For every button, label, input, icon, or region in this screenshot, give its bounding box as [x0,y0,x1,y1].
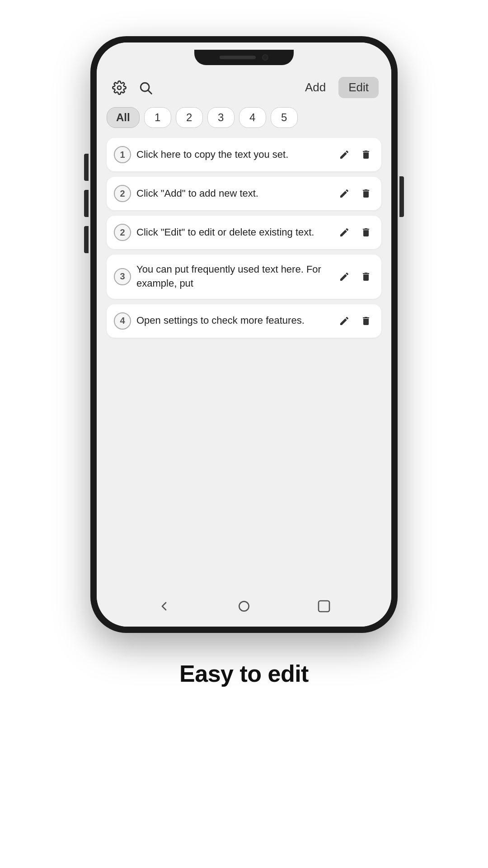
item-text-3: Click "Edit" to edit or delete existing … [136,226,332,240]
camera [262,54,268,61]
item-actions-5 [337,314,373,328]
item-badge-5: 4 [114,312,131,330]
tab-1[interactable]: 1 [144,107,171,128]
item-badge-2: 2 [114,185,131,202]
item-text-5: Open settings to check more features. [136,314,332,328]
svg-point-0 [117,86,121,90]
list-item[interactable]: 3 You can put frequently used text here.… [107,255,381,299]
tab-2[interactable]: 2 [176,107,203,128]
list-item[interactable]: 4 Open settings to check more features. [107,304,381,338]
edit-item-button-2[interactable] [337,186,352,201]
list-item[interactable]: 1 Click here to copy the text you set. [107,138,381,171]
notch-bar [97,42,391,69]
list-item[interactable]: 2 Click "Add" to add new text. [107,177,381,210]
delete-item-button-5[interactable] [359,314,373,328]
item-text-2: Click "Add" to add new text. [136,187,332,201]
svg-line-2 [148,90,151,94]
delete-item-button-3[interactable] [359,225,373,240]
item-actions-4 [337,269,373,284]
svg-rect-4 [319,601,329,612]
delete-item-button-2[interactable] [359,186,373,201]
tab-3[interactable]: 3 [207,107,235,128]
tab-all[interactable]: All [107,107,140,128]
list-area: 1 Click here to copy the text you set. [97,135,391,586]
home-button[interactable] [234,596,254,616]
toolbar: Add Edit [97,69,391,104]
item-text-1: Click here to copy the text you set. [136,148,332,162]
phone-shell: Add Edit All 1 2 3 4 5 1 Cl [90,36,398,633]
page-caption: Easy to edit [179,660,309,687]
tab-4[interactable]: 4 [239,107,266,128]
category-tabs: All 1 2 3 4 5 [97,104,391,135]
list-item[interactable]: 2 Click "Edit" to edit or delete existin… [107,216,381,249]
notch [194,50,294,65]
app-content: Add Edit All 1 2 3 4 5 1 Cl [97,69,391,627]
back-button[interactable] [154,596,174,616]
item-text-4: You can put frequently used text here. F… [136,263,332,291]
tab-5[interactable]: 5 [271,107,298,128]
item-actions-1 [337,147,373,162]
item-badge-3: 2 [114,224,131,241]
svg-point-3 [239,601,249,611]
phone-screen: Add Edit All 1 2 3 4 5 1 Cl [97,42,391,627]
edit-item-button-5[interactable] [337,314,352,328]
page-wrapper: Add Edit All 1 2 3 4 5 1 Cl [0,0,488,687]
item-badge-1: 1 [114,146,131,163]
item-actions-2 [337,186,373,201]
delete-item-button-4[interactable] [359,269,373,284]
settings-icon[interactable] [109,78,129,98]
search-icon[interactable] [136,78,155,98]
edit-item-button-4[interactable] [337,269,352,284]
bottom-nav [97,586,391,627]
recents-button[interactable] [314,596,334,616]
edit-button[interactable]: Edit [338,77,379,98]
item-actions-3 [337,225,373,240]
edit-item-button-1[interactable] [337,147,352,162]
item-badge-4: 3 [114,268,131,285]
edit-item-button-3[interactable] [337,225,352,240]
delete-item-button-1[interactable] [359,147,373,162]
add-button[interactable]: Add [299,78,332,97]
speaker [220,56,256,59]
